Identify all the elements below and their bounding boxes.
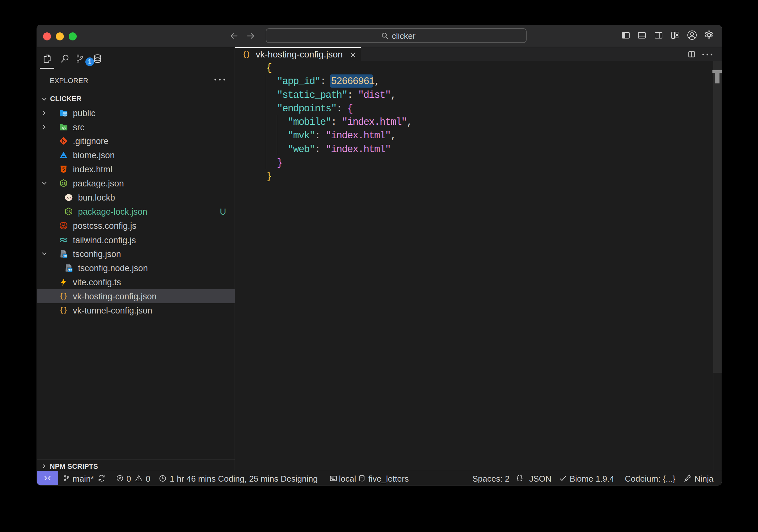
svg-text:5: 5 [62, 166, 65, 172]
svg-text:TS: TS [68, 268, 72, 272]
svg-text:JS: JS [61, 182, 65, 185]
svg-text:JS: JS [66, 210, 71, 214]
svg-text:TS: TS [63, 254, 67, 258]
